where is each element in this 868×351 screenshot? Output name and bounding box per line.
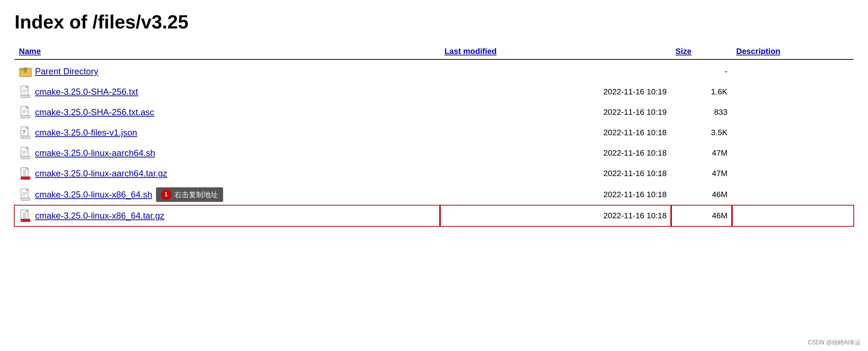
svg-rect-19 xyxy=(21,136,30,139)
folder-up-icon xyxy=(19,65,32,78)
file-icon xyxy=(19,106,32,119)
size-sort-link[interactable]: Size xyxy=(676,47,692,56)
file-link[interactable]: Parent Directory xyxy=(35,66,98,77)
file-name-cell: ? cmake-3.25.0-files-v1.json xyxy=(15,122,440,143)
file-desc-cell xyxy=(732,82,854,102)
file-link[interactable]: cmake-3.25.0-linux-aarch64.tar.gz xyxy=(35,168,167,179)
archive-icon xyxy=(19,167,32,180)
badge-number: 1 xyxy=(161,190,171,200)
file-name-cell: Parent Directory xyxy=(15,59,440,82)
desc-sort-link[interactable]: Description xyxy=(736,47,781,56)
file-modified-cell: 2022-11-16 10:18 xyxy=(440,143,671,163)
file-desc-cell xyxy=(732,143,854,163)
file-modified-cell: 2022-11-16 10:19 xyxy=(440,102,671,122)
file-link[interactable]: cmake-3.25.0-SHA-256.txt.asc xyxy=(35,107,154,117)
context-menu-tooltip: 1右击复制地址 xyxy=(156,187,223,202)
modified-sort-link[interactable]: Last modified xyxy=(444,47,497,56)
tooltip-text: 右击复制地址 xyxy=(174,190,218,200)
file-modified-cell: 2022-11-16 10:19 xyxy=(440,82,671,102)
table-row: ? cmake-3.25.0-files-v1.json2022-11-16 1… xyxy=(15,122,853,143)
file-link[interactable]: cmake-3.25.0-linux-x86_64.tar.gz xyxy=(35,211,164,221)
file-icon xyxy=(19,85,32,98)
file-desc-cell xyxy=(732,163,854,184)
file-size-cell: 47M xyxy=(671,143,732,163)
file-modified-cell: 2022-11-16 10:18 xyxy=(440,163,671,184)
table-row: cmake-3.25.0-SHA-256.txt.asc2022-11-16 1… xyxy=(15,102,853,122)
file-desc-cell xyxy=(732,122,854,143)
svg-rect-22 xyxy=(21,156,30,159)
file-modified-cell: 2022-11-16 10:18 xyxy=(440,206,671,226)
file-size-cell: 833 xyxy=(671,102,732,122)
col-name-header[interactable]: Name xyxy=(15,44,440,59)
watermark-text: CSDN @锦鲤AI幸运 xyxy=(808,339,861,347)
file-link[interactable]: cmake-3.25.0-linux-aarch64.sh xyxy=(35,148,155,158)
svg-rect-39 xyxy=(21,219,30,222)
svg-rect-33 xyxy=(21,198,30,200)
svg-rect-1 xyxy=(20,70,25,71)
file-icon xyxy=(19,188,32,201)
page-title: Index of /files/v3.25 xyxy=(15,11,853,33)
svg-rect-3 xyxy=(24,70,26,73)
col-desc-header[interactable]: Description xyxy=(732,44,854,59)
table-row: cmake-3.25.0-SHA-256.txt2022-11-16 10:19… xyxy=(15,82,853,102)
file-modified-cell: 2022-11-16 10:18 xyxy=(440,184,671,206)
svg-rect-12 xyxy=(21,116,30,118)
table-row: cmake-3.25.0-linux-x86_64.sh1右击复制地址2022-… xyxy=(15,184,853,206)
file-link[interactable]: cmake-3.25.0-linux-x86_64.sh xyxy=(35,190,152,200)
file-link[interactable]: cmake-3.25.0-SHA-256.txt xyxy=(35,87,138,97)
file-name-cell: cmake-3.25.0-SHA-256.txt xyxy=(15,82,440,102)
file-size-cell: - xyxy=(671,59,732,82)
table-row: Parent Directory- xyxy=(15,59,853,82)
file-desc-cell xyxy=(732,206,854,226)
file-size-cell: 46M xyxy=(671,184,732,206)
archive-icon xyxy=(19,209,32,222)
file-link[interactable]: cmake-3.25.0-files-v1.json xyxy=(35,128,137,138)
file-icon xyxy=(19,147,32,160)
svg-rect-28 xyxy=(21,177,30,179)
file-desc-cell xyxy=(732,102,854,122)
file-name-cell: cmake-3.25.0-linux-x86_64.tar.gz xyxy=(15,206,440,226)
file-name-cell: cmake-3.25.0-linux-aarch64.sh xyxy=(15,143,440,163)
file-size-cell: 46M xyxy=(671,206,732,226)
name-sort-link[interactable]: Name xyxy=(19,47,41,56)
file-name-cell: cmake-3.25.0-linux-x86_64.sh1右击复制地址 xyxy=(15,184,440,206)
file-size-cell: 1.6K xyxy=(671,82,732,102)
file-desc-cell xyxy=(732,184,854,206)
unknown-icon: ? xyxy=(19,126,32,139)
file-desc-cell xyxy=(732,59,854,82)
file-size-cell: 47M xyxy=(671,163,732,184)
col-size-header[interactable]: Size xyxy=(671,44,732,59)
table-row: cmake-3.25.0-linux-aarch64.tar.gz2022-11… xyxy=(15,163,853,184)
file-name-cell: cmake-3.25.0-SHA-256.txt.asc xyxy=(15,102,440,122)
file-name-cell: cmake-3.25.0-linux-aarch64.tar.gz xyxy=(15,163,440,184)
file-modified-cell xyxy=(440,59,671,82)
table-row: cmake-3.25.0-linux-x86_64.tar.gz2022-11-… xyxy=(15,206,853,226)
col-modified-header[interactable]: Last modified xyxy=(440,44,671,59)
file-listing-table: Name Last modified Size Description Pare… xyxy=(15,44,853,226)
table-row: cmake-3.25.0-linux-aarch64.sh2022-11-16 … xyxy=(15,143,853,163)
svg-text:?: ? xyxy=(22,129,26,135)
table-header-row: Name Last modified Size Description xyxy=(15,44,853,59)
svg-rect-6 xyxy=(21,95,30,98)
file-modified-cell: 2022-11-16 10:18 xyxy=(440,122,671,143)
file-size-cell: 3.5K xyxy=(671,122,732,143)
